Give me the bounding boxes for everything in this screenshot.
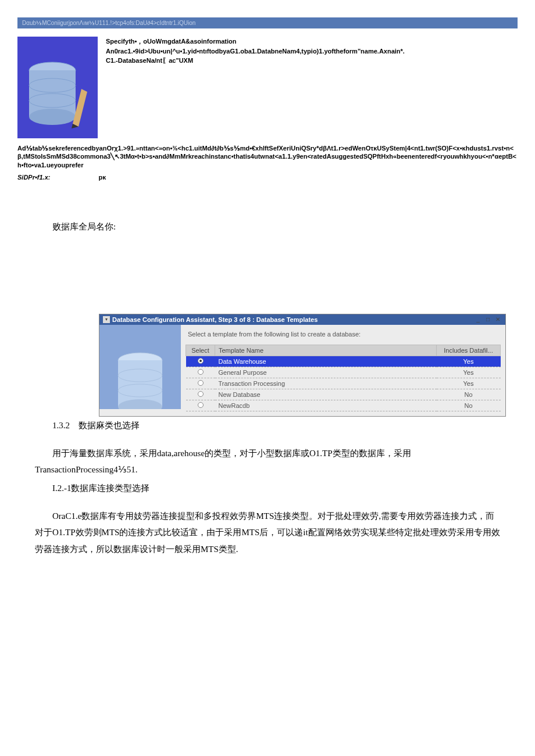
garbled-description: Ad⅓tab⅓sekreferencedbyanOrχ1.>91.»nttan<…	[17, 144, 518, 169]
template-name-cell: NewRacdb	[215, 400, 437, 411]
col-includes: Includes Datafil...	[437, 345, 501, 356]
specify-line: Specifyth•，oUoWmgdatA&asoinformation	[106, 37, 405, 46]
col-template-name: Template Name	[215, 345, 437, 356]
oracle-sid-line: An0rac1.•9id>Ubu•un|^u•1.yid•ntıftodbyaG…	[106, 46, 405, 56]
dialog-step3-title: Database Configuration Assistant, Step 3…	[112, 316, 472, 323]
table-row[interactable]: NewRacdbNo	[186, 400, 501, 411]
col-select: Select	[186, 345, 215, 356]
radio-cell[interactable]	[186, 389, 215, 400]
radio-icon[interactable]	[198, 358, 204, 364]
paragraph-connection-type: OraC1.e数据库有专用妓劳器连接提型和多投程效劳界MTS连接类型。对于批处理…	[35, 508, 500, 558]
template-name-cell: General Purpose	[215, 367, 437, 378]
includes-cell: Yes	[437, 356, 501, 367]
dialog-step4-titlebar: Dαub⅓MConiigurjponΛıм⅓U111.!>tcp4ofs:DaU…	[17, 17, 518, 28]
maximize-icon[interactable]: □	[484, 316, 492, 323]
radio-cell[interactable]	[186, 356, 215, 367]
minimize-icon[interactable]: _	[474, 316, 482, 323]
chevron-down-icon[interactable]: ▾	[103, 316, 110, 323]
table-row[interactable]: General PurposeYes	[186, 367, 501, 378]
close-icon[interactable]: ✕	[494, 316, 502, 323]
includes-cell: No	[437, 400, 501, 411]
sid-prefix-label: SiDPr•f1.x:	[17, 174, 50, 181]
includes-cell: Yes	[437, 378, 501, 389]
global-name-heading: 败据库全局名你:	[52, 221, 518, 232]
sid-prefix-row: SiDPr•f1.x: pκ	[17, 174, 518, 181]
radio-icon[interactable]	[198, 380, 204, 386]
sid-prefix-value: pκ	[99, 174, 106, 181]
database-cylinder-icon	[26, 60, 90, 135]
section-1-3-2: 1.3.2 数据麻类也选择	[52, 420, 518, 431]
includes-cell: Yes	[437, 367, 501, 378]
template-side-image	[99, 325, 181, 409]
radio-cell[interactable]	[186, 400, 215, 411]
radio-icon[interactable]	[198, 402, 204, 408]
template-name-cell: Transaction Processing	[215, 378, 437, 389]
template-instruction: Select a template from the following lis…	[186, 331, 501, 338]
radio-icon[interactable]	[198, 391, 204, 397]
template-name-cell: Data Warehouse	[215, 356, 437, 367]
template-table: Select Template Name Includes Datafil...…	[186, 345, 501, 411]
paragraph-template-choice: 用于海量数据库系统，采用data,arehouse的类型，对于小型数据库或O1.…	[35, 445, 500, 478]
dialog-step4-text: Specifyth•，oUoWmgdatA&asoinformation An0…	[106, 37, 405, 138]
table-row[interactable]: Data WarehouseYes	[186, 356, 501, 367]
svg-point-2	[29, 109, 76, 125]
database-cylinder-icon	[111, 351, 169, 409]
dialog-step3: ▾ Database Configuration Assistant, Step…	[99, 314, 506, 417]
template-name-cell: New Database	[215, 389, 437, 400]
radio-icon[interactable]	[198, 369, 204, 375]
dialog-step4: Dαub⅓MConiigurjponΛıм⅓U111.!>tcp4ofs:DaU…	[17, 17, 518, 138]
includes-cell: No	[437, 389, 501, 400]
radio-cell[interactable]	[186, 367, 215, 378]
section-1-2-1: I.2.-1数据库连接类型选择	[52, 483, 518, 494]
table-row[interactable]: Transaction ProcessingYes	[186, 378, 501, 389]
table-row[interactable]: New DatabaseNo	[186, 389, 501, 400]
database-name-line: C1.-DatabaseNa/nt〖ac"UXM	[106, 56, 405, 66]
database-hero-image	[17, 37, 98, 138]
dialog-step3-titlebar[interactable]: ▾ Database Configuration Assistant, Step…	[99, 314, 505, 325]
radio-cell[interactable]	[186, 378, 215, 389]
